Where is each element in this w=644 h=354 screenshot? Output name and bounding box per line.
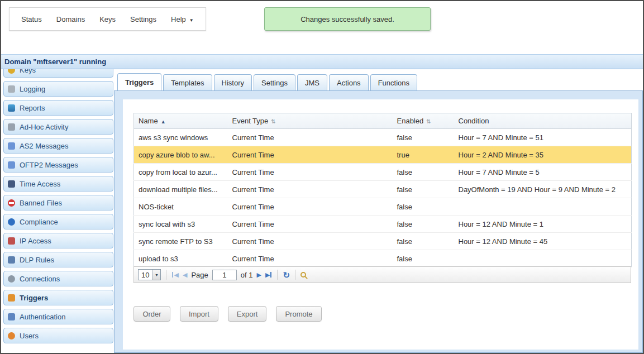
sidebar-item-label: IP Access — [20, 237, 51, 245]
sidebar-item-users[interactable]: Users — [3, 328, 113, 343]
cell-enabled: false — [393, 129, 454, 146]
tab-triggers[interactable]: Triggers — [117, 73, 161, 90]
cell-name: copy azure blob to aw... — [134, 146, 228, 164]
sidebar-item-triggers[interactable]: Triggers — [3, 290, 113, 305]
promote-button[interactable]: Promote — [276, 306, 321, 322]
action-buttons: OrderImportExportPromote — [133, 306, 322, 322]
menu-item-help[interactable]: Help▼ — [164, 15, 201, 23]
cell-enabled: false — [393, 233, 454, 250]
sidebar-item-connections[interactable]: Connections — [3, 271, 113, 286]
separator — [295, 270, 295, 280]
table-row[interactable]: download multiple files...Current Timefa… — [134, 181, 632, 198]
first-page-icon[interactable]: ◀ — [171, 272, 178, 278]
cell-condition — [454, 250, 632, 267]
table-row[interactable]: copy azure blob to aw...Current Timetrue… — [134, 146, 632, 164]
sidebar-item-compliance[interactable]: Compliance — [3, 214, 113, 229]
separator — [166, 270, 166, 280]
tab-settings[interactable]: Settings — [254, 74, 295, 90]
sidebar-item-ip-access[interactable]: IP Access — [3, 233, 113, 248]
cell-event_type: Current Time — [228, 146, 393, 164]
magnifier-icon[interactable] — [300, 272, 306, 278]
last-page-icon[interactable]: ▶ — [265, 272, 272, 278]
tab-jms[interactable]: JMS — [297, 74, 327, 90]
sidebar-item-authentication[interactable]: Authentication — [3, 309, 113, 324]
next-page-icon[interactable]: ▶ — [256, 272, 261, 278]
page-count-label: of 1 — [241, 271, 253, 279]
sidebar-item-as2-messages[interactable]: AS2 Messages — [3, 138, 113, 154]
logging-icon — [8, 85, 15, 93]
connections-icon — [8, 275, 15, 283]
prev-page-icon[interactable]: ◀ — [183, 272, 187, 278]
cell-name: upload to s3 — [134, 250, 228, 267]
cell-event_type: Current Time — [228, 164, 393, 181]
column-header-condition[interactable]: Condition — [454, 113, 632, 129]
table-row[interactable]: aws s3 sync windowsCurrent TimefalseHour… — [134, 129, 632, 146]
cell-event_type: Current Time — [228, 233, 393, 250]
sidebar-item-keys[interactable]: Keys — [3, 69, 113, 78]
sidebar-item-label: Ad-Hoc Activity — [20, 123, 68, 131]
column-header-enabled[interactable]: Enabled⇅ — [393, 113, 454, 129]
menu-item-keys[interactable]: Keys — [92, 15, 123, 23]
sidebar-item-label: Logging — [20, 85, 45, 93]
sidebar-item-label: Authentication — [20, 313, 65, 321]
column-header-event-type[interactable]: Event Type⇅ — [228, 113, 393, 129]
table-row[interactable]: copy from local to azur...Current Timefa… — [134, 164, 632, 181]
as2-icon — [8, 142, 15, 150]
cell-name: sync remote FTP to S3 — [134, 233, 228, 250]
tab-actions[interactable]: Actions — [329, 74, 369, 90]
app-window: StatusDomainsKeysSettingsHelp▼ Changes s… — [0, 0, 644, 354]
sidebar-item-banned-files[interactable]: Banned Files — [3, 195, 113, 211]
export-button[interactable]: Export — [228, 306, 267, 322]
sidebar-item-label: Triggers — [20, 294, 48, 302]
pagination-bar: 10 ▼ ◀ ◀ Page of 1 ▶ ▶ ↻ — [133, 266, 631, 283]
page-number-input[interactable] — [212, 270, 237, 280]
chevron-down-icon: ▼ — [189, 18, 194, 23]
menu-item-domains[interactable]: Domains — [49, 15, 92, 23]
cell-enabled: false — [393, 198, 454, 216]
sidebar-item-logging[interactable]: Logging — [3, 81, 113, 97]
sidebar-item-label: Reports — [20, 104, 45, 112]
chevron-down-icon: ▼ — [152, 270, 160, 280]
cell-enabled: false — [393, 181, 454, 198]
sort-asc-icon: ▲ — [161, 119, 166, 125]
sidebar-item-label: Banned Files — [20, 199, 62, 207]
sort-icon: ⇅ — [271, 118, 275, 125]
page-size-value: 10 — [139, 271, 152, 279]
column-label: Condition — [459, 117, 489, 125]
table-row[interactable]: sync remote FTP to S3Current TimefalseHo… — [134, 233, 632, 250]
import-button[interactable]: Import — [180, 306, 218, 322]
cell-enabled: false — [393, 250, 454, 267]
compliance-icon — [8, 218, 15, 226]
notification-message: Changes successfully saved. — [300, 15, 394, 23]
auth-icon — [8, 313, 15, 320]
table-row[interactable]: NOS-ticketCurrent Timefalse — [134, 198, 632, 216]
menu-item-status[interactable]: Status — [14, 15, 49, 23]
cell-condition: Hour = 7 AND Minute = 5 — [454, 164, 632, 181]
refresh-icon[interactable]: ↻ — [283, 271, 290, 279]
cell-event_type: Current Time — [228, 181, 393, 198]
reports-icon — [8, 104, 15, 112]
page-size-select[interactable]: 10 ▼ — [138, 269, 161, 280]
sidebar: KeysLoggingReportsAd-Hoc ActivityAS2 Mes… — [2, 69, 115, 353]
table-header-row: Name▲Event Type⇅Enabled⇅Condition — [134, 113, 632, 129]
cell-name: NOS-ticket — [134, 198, 228, 216]
sidebar-item-reports[interactable]: Reports — [3, 100, 113, 116]
sidebar-item-oftp2-messages[interactable]: OFTP2 Messages — [3, 157, 113, 173]
sidebar-item-time-access[interactable]: Time Access — [3, 176, 113, 192]
column-header-name[interactable]: Name▲ — [134, 113, 228, 129]
column-label: Name — [139, 117, 158, 125]
order-button[interactable]: Order — [133, 306, 170, 322]
sidebar-item-ad-hoc-activity[interactable]: Ad-Hoc Activity — [3, 119, 113, 135]
triggers-table-container: Name▲Event Type⇅Enabled⇅Condition aws s3… — [133, 113, 631, 267]
tab-templates[interactable]: Templates — [163, 74, 212, 90]
sidebar-item-dlp-rules[interactable]: DLP Rules — [3, 252, 113, 267]
sidebar-item-label: Keys — [20, 69, 36, 74]
cell-condition — [454, 198, 632, 216]
tab-history[interactable]: History — [214, 74, 252, 90]
table-row[interactable]: upload to s3Current Timefalse — [134, 250, 632, 267]
tab-functions[interactable]: Functions — [370, 74, 417, 90]
separator — [277, 270, 278, 280]
triggers-table: Name▲Event Type⇅Enabled⇅Condition aws s3… — [133, 113, 632, 267]
table-row[interactable]: sync local with s3Current TimefalseHour … — [134, 216, 632, 233]
menu-item-settings[interactable]: Settings — [123, 15, 164, 23]
